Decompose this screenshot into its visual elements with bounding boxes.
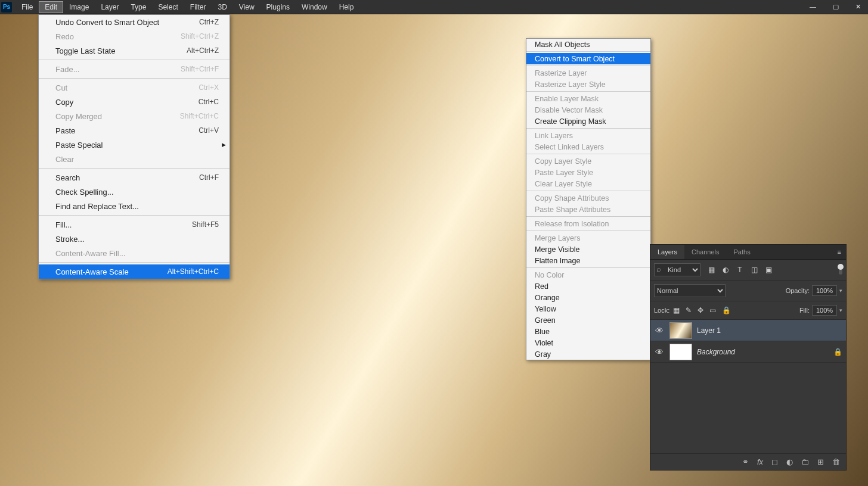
filter-adjust-icon[interactable]: ◐ — [721, 265, 730, 275]
menuitem-flatten-image[interactable]: Flatten Image — [526, 255, 650, 266]
menu-plugins[interactable]: Plugins — [261, 1, 296, 13]
close-button[interactable]: ✕ — [855, 3, 861, 11]
filter-pixel-icon[interactable]: ▦ — [706, 265, 716, 275]
ps-logo: Ps — [1, 2, 12, 13]
opacity-input[interactable] — [812, 285, 837, 296]
filter-smart-icon[interactable]: ▣ — [764, 265, 773, 275]
new-layer-icon[interactable]: ⊞ — [817, 457, 824, 466]
layers-lock-row: Lock: ▦ ✎ ✥ ▭ 🔒 Fill: ▾ — [650, 301, 846, 320]
menuitem-shortcut: Alt+Shift+Ctrl+C — [168, 267, 219, 276]
menuitem-gray[interactable]: Gray — [526, 348, 650, 360]
link-layers-icon[interactable]: ⚭ — [742, 457, 749, 466]
menuitem-shortcut: Ctrl+V — [199, 126, 219, 135]
menu-image[interactable]: Image — [63, 1, 95, 13]
menuitem-copy[interactable]: CopyCtrl+C — [39, 95, 230, 109]
lock-icon[interactable]: 🔒 — [833, 348, 842, 356]
separator — [526, 230, 650, 231]
menuitem-label: Release from Isolation — [535, 220, 609, 228]
menu-type[interactable]: Type — [125, 1, 152, 13]
menuitem-toggle-last-state[interactable]: Toggle Last StateAlt+Ctrl+Z — [39, 43, 230, 58]
layer-row[interactable]: 👁Background🔒 — [650, 341, 846, 363]
menuitem-paste-special[interactable]: Paste Special — [39, 138, 230, 152]
visibility-icon[interactable]: 👁 — [654, 347, 665, 357]
layer-context-menu: Mask All ObjectsConvert to Smart ObjectR… — [526, 38, 651, 360]
visibility-icon[interactable]: 👁 — [654, 326, 665, 335]
menuitem-label: Convert to Smart Object — [535, 55, 615, 63]
layer-thumbnail[interactable] — [669, 322, 692, 339]
menu-file[interactable]: File — [16, 1, 39, 13]
menuitem-merge-visible[interactable]: Merge Visible — [526, 244, 650, 255]
menuitem-search[interactable]: SearchCtrl+F — [39, 170, 230, 185]
menuitem-find-and-replace-text[interactable]: Find and Replace Text... — [39, 199, 230, 213]
blend-mode-select[interactable]: Normal — [654, 284, 726, 297]
lock-artboard-icon[interactable]: ▭ — [709, 306, 716, 314]
menuitem-mask-all-objects[interactable]: Mask All Objects — [526, 39, 650, 50]
lock-pixels-icon[interactable]: ✎ — [686, 306, 692, 314]
tab-channels[interactable]: Channels — [684, 245, 726, 259]
layer-thumbnail[interactable] — [669, 344, 692, 360]
menu-layer[interactable]: Layer — [95, 1, 125, 13]
menu-select[interactable]: Select — [152, 1, 184, 13]
layers-panel-footer: ⚭ fx ◻ ◐ 🗀 ⊞ 🗑 — [650, 453, 846, 470]
menu-edit[interactable]: Edit — [39, 1, 63, 13]
separator — [526, 267, 650, 268]
menuitem-violet[interactable]: Violet — [526, 337, 650, 348]
delete-icon[interactable]: 🗑 — [832, 457, 840, 466]
layer-name[interactable]: Layer 1 — [697, 326, 721, 335]
mask-icon[interactable]: ◻ — [771, 457, 778, 466]
menu-3d[interactable]: 3D — [212, 1, 232, 13]
lock-transparent-icon[interactable]: ▦ — [673, 306, 680, 314]
opacity-chevron-icon[interactable]: ▾ — [839, 288, 842, 294]
menuitem-content-aware-fill: Content-Aware Fill... — [39, 246, 230, 260]
menu-view[interactable]: View — [233, 1, 261, 13]
separator — [526, 191, 650, 191]
minimize-button[interactable]: — — [810, 3, 816, 11]
menuitem-label: Create Clipping Mask — [535, 117, 606, 126]
tab-layers[interactable]: Layers — [650, 245, 684, 259]
menuitem-green[interactable]: Green — [526, 314, 650, 326]
menuitem-label: Orange — [535, 294, 560, 302]
lock-label: Lock: — [654, 307, 669, 314]
fill-input[interactable] — [812, 305, 837, 316]
menuitem-convert-to-smart-object[interactable]: Convert to Smart Object — [526, 53, 650, 64]
menuitem-label: Mask All Objects — [535, 40, 590, 49]
menuitem-label: Fade... — [55, 65, 79, 74]
fill-chevron-icon[interactable]: ▾ — [839, 307, 842, 313]
menu-help[interactable]: Help — [333, 1, 360, 13]
menuitem-create-clipping-mask[interactable]: Create Clipping Mask — [526, 116, 650, 127]
menuitem-label: Stroke... — [55, 235, 84, 244]
filter-shape-icon[interactable]: ◫ — [749, 265, 759, 275]
menuitem-shortcut: Ctrl+Z — [199, 18, 219, 26]
filter-toggle[interactable] — [839, 265, 842, 275]
separator — [526, 154, 650, 154]
menuitem-shortcut: Shift+Ctrl+C — [180, 112, 219, 120]
filter-kind-select[interactable]: Kind — [654, 263, 700, 276]
menuitem-label: Toggle Last State — [55, 46, 115, 55]
menuitem-fill[interactable]: Fill...Shift+F5 — [39, 217, 230, 232]
tab-paths[interactable]: Paths — [727, 245, 758, 259]
menuitem-undo-convert-to-smart-object[interactable]: Undo Convert to Smart ObjectCtrl+Z — [39, 15, 230, 29]
menuitem-paste[interactable]: PasteCtrl+V — [39, 123, 230, 138]
menuitem-check-spelling[interactable]: Check Spelling... — [39, 185, 230, 199]
menuitem-red[interactable]: Red — [526, 281, 650, 292]
menuitem-label: Copy Layer Style — [535, 157, 591, 166]
panel-menu-icon[interactable]: ≡ — [833, 245, 846, 259]
layer-name[interactable]: Background — [697, 348, 735, 356]
lock-all-icon[interactable]: 🔒 — [722, 306, 731, 314]
menuitem-blue[interactable]: Blue — [526, 326, 650, 337]
layer-row[interactable]: 👁Layer 1 — [650, 320, 846, 341]
filter-type-icon[interactable]: T — [735, 265, 745, 275]
group-icon[interactable]: 🗀 — [801, 457, 809, 466]
lock-position-icon[interactable]: ✥ — [698, 306, 703, 314]
menu-filter[interactable]: Filter — [184, 1, 212, 13]
menu-window[interactable]: Window — [296, 1, 333, 13]
fx-icon[interactable]: fx — [757, 457, 763, 466]
maximize-button[interactable]: ▢ — [833, 3, 839, 11]
menuitem-shortcut: Shift+Ctrl+F — [181, 65, 219, 73]
menuitem-content-aware-scale[interactable]: Content-Aware ScaleAlt+Shift+Ctrl+C — [39, 264, 230, 279]
menuitem-shortcut: Ctrl+C — [199, 98, 219, 106]
menuitem-yellow[interactable]: Yellow — [526, 303, 650, 314]
menuitem-orange[interactable]: Orange — [526, 292, 650, 303]
menuitem-stroke[interactable]: Stroke... — [39, 232, 230, 246]
adjustment-icon[interactable]: ◐ — [786, 457, 793, 466]
